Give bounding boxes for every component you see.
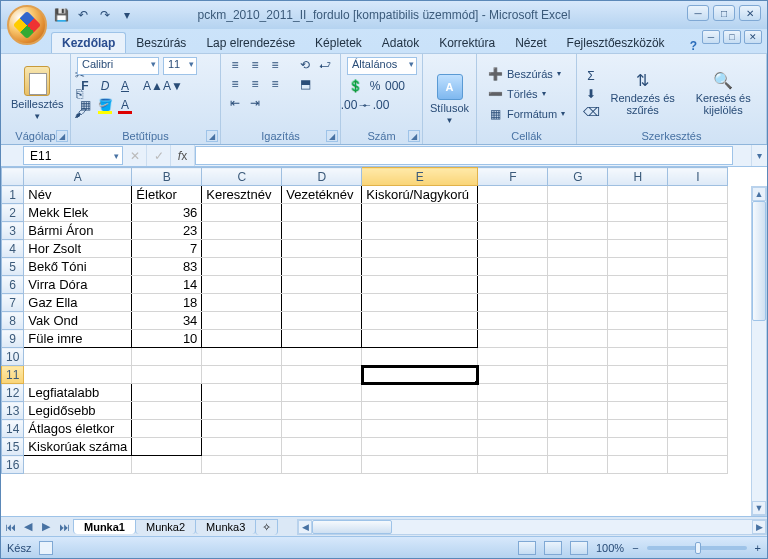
redo-icon[interactable]: ↷ [97, 7, 113, 23]
cell-A11[interactable] [24, 366, 132, 384]
cell-G8[interactable] [548, 312, 608, 330]
styles-button[interactable]: A Stílusok ▼ [429, 57, 470, 142]
cell-B8[interactable]: 34 [132, 312, 202, 330]
cell-H16[interactable] [608, 456, 668, 474]
cell-C1[interactable]: Keresztnév [202, 186, 282, 204]
cell-C12[interactable] [202, 384, 282, 402]
sheet-tab-1[interactable]: Munka1 [73, 519, 136, 534]
wb-close[interactable]: ✕ [744, 30, 762, 44]
cell-D8[interactable] [282, 312, 362, 330]
maximize-button[interactable]: □ [713, 5, 735, 21]
cell-A5[interactable]: Bekő Tóni [24, 258, 132, 276]
cell-G10[interactable] [548, 348, 608, 366]
cell-F12[interactable] [478, 384, 548, 402]
cell-H2[interactable] [608, 204, 668, 222]
cell-A1[interactable]: Név [24, 186, 132, 204]
row-header-11[interactable]: 11 [2, 366, 24, 384]
cell-E4[interactable] [362, 240, 478, 258]
cell-F5[interactable] [478, 258, 548, 276]
cell-I6[interactable] [668, 276, 728, 294]
cell-D10[interactable] [282, 348, 362, 366]
cell-F13[interactable] [478, 402, 548, 420]
cell-A15[interactable]: Kiskorúak száma [24, 438, 132, 456]
percent-icon[interactable]: % [367, 78, 383, 94]
cell-E13[interactable] [362, 402, 478, 420]
sheet-tab-3[interactable]: Munka3 [195, 519, 256, 534]
format-button[interactable]: ▦Formátum▾ [483, 105, 570, 123]
bold-button[interactable]: F [77, 78, 93, 94]
row-header-3[interactable]: 3 [2, 222, 24, 240]
cell-D1[interactable]: Vezetéknév [282, 186, 362, 204]
horizontal-scrollbar[interactable]: ◀ ▶ [297, 519, 767, 535]
hscroll-thumb[interactable] [312, 520, 392, 534]
cell-E1[interactable]: Kiskorú/Nagykorú [362, 186, 478, 204]
align-top-icon[interactable]: ≡ [227, 57, 243, 73]
cell-G6[interactable] [548, 276, 608, 294]
col-header-C[interactable]: C [202, 168, 282, 186]
fill-color-icon[interactable]: 🪣 [97, 97, 113, 113]
col-header-F[interactable]: F [478, 168, 548, 186]
cell-G7[interactable] [548, 294, 608, 312]
cell-D15[interactable] [282, 438, 362, 456]
cell-E12[interactable] [362, 384, 478, 402]
cell-E16[interactable] [362, 456, 478, 474]
cell-C9[interactable] [202, 330, 282, 348]
row-header-8[interactable]: 8 [2, 312, 24, 330]
cell-B2[interactable]: 36 [132, 204, 202, 222]
cell-B11[interactable] [132, 366, 202, 384]
delete-button[interactable]: ➖Törlés▾ [483, 85, 570, 103]
save-icon[interactable]: 💾 [53, 7, 69, 23]
cell-C11[interactable] [202, 366, 282, 384]
cell-H12[interactable] [608, 384, 668, 402]
formula-input[interactable] [195, 146, 733, 165]
cell-C3[interactable] [202, 222, 282, 240]
cell-I12[interactable] [668, 384, 728, 402]
cell-F14[interactable] [478, 420, 548, 438]
font-color-icon[interactable]: A [117, 97, 133, 113]
col-header-H[interactable]: H [608, 168, 668, 186]
view-pagebreak-icon[interactable] [570, 541, 588, 555]
cell-G16[interactable] [548, 456, 608, 474]
cell-D7[interactable] [282, 294, 362, 312]
cell-E5[interactable] [362, 258, 478, 276]
cell-I7[interactable] [668, 294, 728, 312]
cell-H14[interactable] [608, 420, 668, 438]
cell-B9[interactable]: 10 [132, 330, 202, 348]
cell-E6[interactable] [362, 276, 478, 294]
cell-H5[interactable] [608, 258, 668, 276]
vscroll-thumb[interactable] [752, 201, 766, 321]
cell-C16[interactable] [202, 456, 282, 474]
cell-I2[interactable] [668, 204, 728, 222]
cell-H10[interactable] [608, 348, 668, 366]
cell-A8[interactable]: Vak Ond [24, 312, 132, 330]
cell-I11[interactable] [668, 366, 728, 384]
cell-D3[interactable] [282, 222, 362, 240]
scroll-up-icon[interactable]: ▲ [752, 187, 766, 201]
cell-E11[interactable] [362, 366, 478, 384]
office-button[interactable] [7, 5, 47, 45]
cell-B15[interactable] [132, 438, 202, 456]
cell-H7[interactable] [608, 294, 668, 312]
col-header-B[interactable]: B [132, 168, 202, 186]
grow-font-icon[interactable]: A▲ [145, 78, 161, 94]
tab-home[interactable]: Kezdőlap [51, 32, 126, 53]
sheet-nav-last[interactable]: ⏭ [55, 521, 73, 533]
cell-G2[interactable] [548, 204, 608, 222]
cell-G5[interactable] [548, 258, 608, 276]
italic-button[interactable]: D [97, 78, 113, 94]
increase-indent-icon[interactable]: ⇥ [247, 95, 263, 111]
cell-E15[interactable] [362, 438, 478, 456]
tab-insert[interactable]: Beszúrás [126, 33, 196, 53]
cell-F3[interactable] [478, 222, 548, 240]
cell-A4[interactable]: Hor Zsolt [24, 240, 132, 258]
cell-C5[interactable] [202, 258, 282, 276]
orientation-icon[interactable]: ⟲ [297, 57, 313, 73]
cell-I15[interactable] [668, 438, 728, 456]
sort-filter-button[interactable]: ⇅ Rendezés és szűrés [605, 69, 680, 118]
tab-developer[interactable]: Fejlesztőeszközök [557, 33, 675, 53]
cell-B3[interactable]: 23 [132, 222, 202, 240]
macro-record-icon[interactable] [39, 541, 53, 555]
currency-icon[interactable]: 💲 [347, 78, 363, 94]
cell-F9[interactable] [478, 330, 548, 348]
cell-C6[interactable] [202, 276, 282, 294]
